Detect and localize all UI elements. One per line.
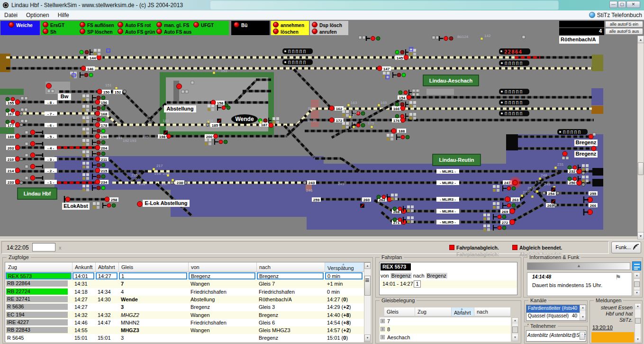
- point-key[interactable]: [213, 72, 215, 74]
- point-number[interactable]: 218: [163, 171, 170, 176]
- route-button[interactable]: [586, 168, 589, 171]
- route-button[interactable]: [82, 143, 85, 146]
- meldungen-scrollbar[interactable]: ▲▼: [635, 303, 641, 343]
- kanaele-scrollbar[interactable]: ▲▼: [580, 305, 586, 320]
- point-number[interactable]: 245: [338, 182, 345, 186]
- point-indicator[interactable]: [184, 181, 188, 185]
- route-button[interactable]: [387, 138, 390, 140]
- route-button[interactable]: [409, 105, 412, 108]
- point-key[interactable]: [378, 104, 380, 106]
- route-button[interactable]: [86, 177, 89, 180]
- toolbar-button-Auto FS aus[interactable]: Auto FS aus: [164, 29, 191, 35]
- route-button[interactable]: [493, 189, 496, 192]
- signal-number[interactable]: 178: [101, 123, 108, 128]
- route-button[interactable]: [86, 105, 89, 108]
- signal-lamp[interactable]: [400, 102, 404, 106]
- signal-number[interactable]: 258: [111, 198, 118, 202]
- point-number[interactable]: 175: [368, 121, 374, 125]
- signal-lamp[interactable]: [97, 89, 102, 94]
- signal-lamp[interactable]: [395, 114, 399, 118]
- point-number[interactable]: Bü18: [308, 119, 317, 123]
- route-button[interactable]: [413, 117, 416, 120]
- route-button[interactable]: [342, 126, 345, 129]
- signal-number[interactable]: 166: [393, 107, 400, 111]
- route-button[interactable]: [409, 117, 412, 120]
- point-number[interactable]: 192: [123, 139, 129, 143]
- route-button[interactable]: [82, 173, 85, 176]
- gleisbelegung-scrollbar[interactable]: ▲▼: [512, 317, 518, 341]
- panel-button[interactable]: [25, 120, 27, 122]
- panel-button[interactable]: [416, 93, 419, 96]
- cell-selected[interactable]: 1: [119, 272, 187, 279]
- panel-button[interactable]: [21, 108, 24, 111]
- route-button[interactable]: [493, 202, 496, 205]
- route-button[interactable]: [387, 72, 390, 74]
- signal-lamp[interactable]: [6, 97, 9, 101]
- route-button[interactable]: [483, 224, 486, 227]
- signal-lamp[interactable]: [227, 106, 230, 110]
- menu-item-datei[interactable]: Datei: [0, 10, 22, 19]
- stitz-telefonbuch-button[interactable]: StiTz Telefonbuch: [589, 11, 642, 19]
- signal-lamp[interactable]: [101, 175, 105, 178]
- close-button[interactable]: ✕: [626, 1, 640, 8]
- route-button[interactable]: [411, 209, 414, 212]
- signal-lamp[interactable]: [11, 120, 15, 124]
- route-button[interactable]: [86, 120, 89, 123]
- signal-number[interactable]: 232: [569, 169, 576, 174]
- route-button[interactable]: [342, 122, 345, 125]
- column-header-Verspätung[interactable]: ▲Verspätung: [325, 262, 364, 272]
- info-scroll-down[interactable]: ▼: [634, 290, 640, 296]
- signal-number[interactable]: 243: [308, 181, 315, 185]
- signal-lamp[interactable]: [97, 175, 100, 178]
- point-key[interactable]: [353, 126, 355, 128]
- route-button[interactable]: [272, 117, 275, 120]
- panel-button[interactable]: [47, 90, 50, 93]
- signal-lamp[interactable]: [97, 106, 100, 110]
- panel-button[interactable]: [363, 36, 365, 39]
- command-input[interactable]: [32, 243, 55, 251]
- track-diagram[interactable]: ΠΠΠΠΠΠΠΠΠΠΠΠΠΠΠΠΠΠΠΠΠΠΠΠΠΠΠΠΠΠΠΠΠΠΠ22864…: [0, 20, 644, 240]
- route-button[interactable]: [272, 121, 275, 124]
- point-key[interactable]: [521, 195, 523, 197]
- signal-number[interactable]: 172: [336, 119, 343, 123]
- signal-lamp[interactable]: [371, 37, 375, 41]
- route-button[interactable]: [395, 194, 398, 196]
- menu-item-hilfe[interactable]: Hilfe: [54, 10, 73, 19]
- input-clear-x[interactable]: x: [59, 245, 62, 251]
- signal-lamp[interactable]: [95, 157, 100, 161]
- signal-lamp[interactable]: [85, 50, 89, 54]
- route-button[interactable]: [413, 113, 416, 116]
- signal-lamp[interactable]: [15, 145, 20, 150]
- point-number[interactable]: 249: [544, 182, 551, 186]
- route-button[interactable]: [586, 176, 589, 178]
- route-button[interactable]: [86, 166, 89, 168]
- route-button[interactable]: [383, 75, 386, 78]
- signal-lamp[interactable]: [95, 111, 100, 116]
- route-button[interactable]: [86, 162, 89, 165]
- signal-number[interactable]: 168: [101, 112, 108, 116]
- route-button[interactable]: [391, 197, 394, 200]
- panel-button[interactable]: [566, 157, 569, 159]
- route-button[interactable]: [409, 113, 412, 116]
- k-scroll-down[interactable]: ▼: [580, 315, 586, 320]
- route-button[interactable]: [497, 185, 499, 188]
- point-key[interactable]: [371, 126, 373, 128]
- panel-button[interactable]: [25, 142, 28, 145]
- route-button[interactable]: [98, 49, 100, 52]
- signal-lamp[interactable]: [107, 204, 111, 207]
- route-button[interactable]: [582, 176, 585, 178]
- route-button[interactable]: [86, 150, 89, 153]
- signal-lamp[interactable]: [356, 123, 360, 127]
- fahrplan-train-chip[interactable]: REX 5573: [381, 263, 411, 270]
- signal-lamp[interactable]: [15, 157, 20, 161]
- expand-icon[interactable]: [381, 319, 385, 323]
- point-number[interactable]: 193: [130, 139, 136, 143]
- point-number[interactable]: 183: [163, 119, 169, 123]
- diagram-scrollbar-thumb[interactable]: [638, 162, 644, 175]
- menu-item-optionen[interactable]: Optionen: [22, 10, 54, 19]
- toolbar-button-FS auflösen[interactable]: FS auflösen: [87, 23, 114, 28]
- panel-button[interactable]: [359, 36, 362, 39]
- signal-lamp[interactable]: [97, 118, 100, 121]
- signal-lamp[interactable]: [30, 176, 35, 180]
- column-header-nach[interactable]: nach: [257, 262, 325, 272]
